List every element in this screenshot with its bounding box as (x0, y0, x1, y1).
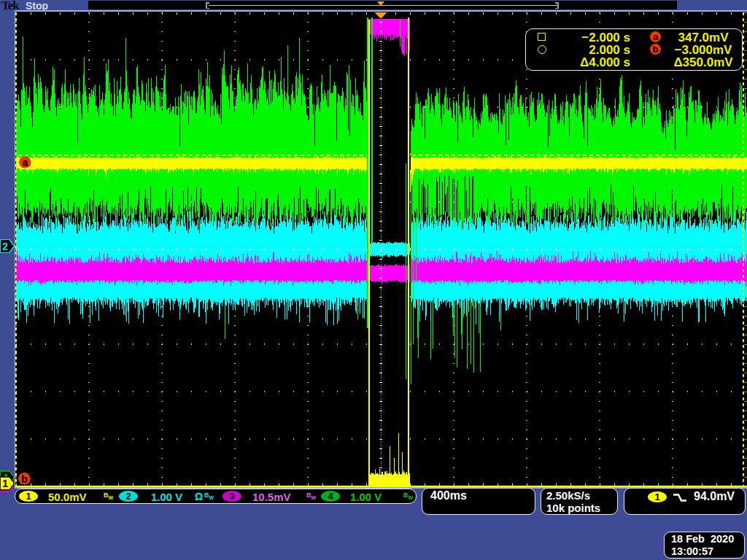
svg-text:a: a (23, 157, 28, 168)
svg-text:b: b (21, 473, 28, 485)
svg-text:1: 1 (2, 478, 8, 489)
svg-text:2: 2 (2, 241, 8, 252)
